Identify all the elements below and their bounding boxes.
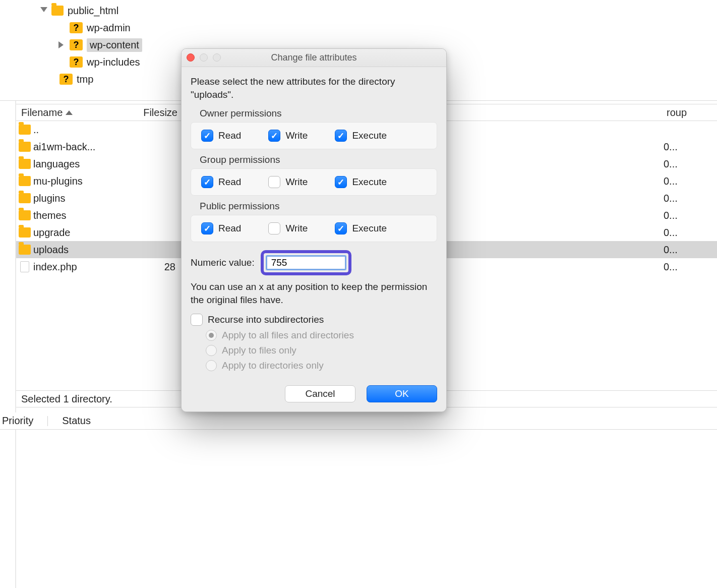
file-group: 0...: [662, 158, 717, 170]
folder-unknown-icon: [70, 39, 83, 50]
zoom-icon: [213, 53, 221, 62]
numeric-hint: You can use an x at any position to keep…: [191, 280, 437, 306]
radio-unselected-icon: [206, 360, 217, 371]
tree-label: tmp: [77, 74, 93, 85]
recurse-checkbox[interactable]: Recurse into subdirectories: [191, 314, 437, 326]
file-name: themes: [31, 210, 135, 221]
radio-apply-all: Apply to all files and directories: [206, 330, 437, 341]
header-filesize[interactable]: Filesize: [137, 107, 183, 119]
checkbox-unchecked-icon: [268, 176, 280, 188]
checkbox-checked-icon: [201, 130, 213, 142]
folder-icon: [19, 193, 31, 203]
checkbox-unchecked-icon: [268, 222, 280, 234]
group-read-checkbox[interactable]: Read: [201, 176, 241, 188]
checkbox-checked-icon: [335, 130, 347, 142]
radio-apply-files: Apply to files only: [206, 345, 437, 356]
recurse-radio-group: Apply to all files and directories Apply…: [191, 330, 437, 371]
file-group: 0...: [662, 193, 717, 204]
file-group: 0...: [662, 227, 717, 239]
folder-icon: [19, 159, 31, 169]
folder-unknown-icon: [59, 74, 73, 85]
file-group: 0...: [662, 261, 717, 273]
owner-permissions-title: Owner permissions: [191, 108, 437, 119]
checkbox-checked-icon: [201, 222, 213, 234]
public-read-checkbox[interactable]: Read: [201, 222, 241, 234]
header-group[interactable]: roup: [662, 107, 717, 119]
file-name: languages: [31, 158, 135, 170]
file-icon: [20, 261, 29, 272]
numeric-value-highlight: [261, 250, 351, 275]
folder-unknown-icon: [70, 22, 83, 33]
owner-permissions-group: Read Write Execute: [191, 122, 437, 149]
tree-item-wp-admin[interactable]: wp-admin: [0, 19, 717, 36]
radio-selected-icon: [206, 330, 217, 341]
cancel-button[interactable]: Cancel: [285, 385, 355, 402]
group-execute-checkbox[interactable]: Execute: [335, 176, 387, 188]
folder-unknown-icon: [70, 56, 83, 68]
tree-label: public_html: [68, 5, 118, 17]
public-permissions-title: Public permissions: [191, 201, 437, 212]
dialog-titlebar[interactable]: Change file attributes: [182, 49, 446, 67]
folder-icon: [19, 176, 31, 186]
numeric-value-input[interactable]: [266, 255, 346, 270]
file-group: 0...: [662, 244, 717, 256]
folder-icon: [19, 142, 31, 152]
file-name: uploads: [31, 244, 135, 256]
group-permissions-group: Read Write Execute: [191, 168, 437, 196]
tree-item-public-html[interactable]: public_html: [0, 2, 717, 19]
dialog-instruction: Please select the new attributes for the…: [191, 75, 437, 101]
folder-icon: [19, 227, 31, 238]
header-status[interactable]: Status: [62, 415, 91, 427]
owner-execute-checkbox[interactable]: Execute: [335, 130, 387, 142]
group-write-checkbox[interactable]: Write: [268, 176, 308, 188]
checkbox-unchecked-icon: [191, 314, 203, 326]
folder-icon: [19, 210, 31, 220]
folder-icon: [19, 125, 31, 135]
queue-headers: Priority Status: [0, 413, 717, 430]
tree-label: wp-includes: [87, 56, 140, 68]
tree-label: wp-admin: [87, 22, 131, 34]
public-write-checkbox[interactable]: Write: [268, 222, 308, 234]
folder-icon: [19, 245, 31, 255]
minimize-icon: [200, 53, 208, 62]
public-permissions-group: Read Write Execute: [191, 215, 437, 242]
file-group: 0...: [662, 175, 717, 187]
ok-button[interactable]: OK: [367, 385, 437, 402]
change-attributes-dialog: Change file attributes Please select the…: [181, 48, 447, 412]
file-name: plugins: [31, 193, 135, 204]
close-icon[interactable]: [187, 53, 195, 62]
chevron-right-icon[interactable]: [58, 41, 66, 48]
owner-read-checkbox[interactable]: Read: [201, 130, 241, 142]
sort-ascending-icon: [66, 110, 73, 115]
checkbox-checked-icon: [335, 222, 347, 234]
tree-label: wp-content: [87, 38, 142, 52]
file-name: mu-plugins: [31, 175, 135, 187]
file-group: 0...: [662, 141, 717, 153]
owner-write-checkbox[interactable]: Write: [268, 130, 308, 142]
public-execute-checkbox[interactable]: Execute: [335, 222, 387, 234]
file-name: ai1wm-back...: [31, 141, 135, 153]
checkbox-checked-icon: [201, 176, 213, 188]
checkbox-checked-icon: [268, 130, 280, 142]
file-group: 0...: [662, 210, 717, 221]
folder-icon: [51, 6, 64, 16]
file-name: ..: [31, 124, 135, 136]
header-filename[interactable]: Filename: [16, 107, 137, 119]
chevron-down-icon[interactable]: [40, 7, 47, 14]
radio-apply-dirs: Apply to directories only: [206, 360, 437, 371]
radio-unselected-icon: [206, 345, 217, 356]
file-name: upgrade: [31, 227, 135, 239]
checkbox-checked-icon: [335, 176, 347, 188]
header-priority[interactable]: Priority: [2, 415, 33, 427]
group-permissions-title: Group permissions: [191, 154, 437, 165]
file-name: index.php: [31, 261, 135, 273]
numeric-value-label: Numeric value:: [191, 257, 255, 268]
file-size: 28: [135, 261, 181, 273]
dialog-title: Change file attributes: [182, 52, 446, 63]
